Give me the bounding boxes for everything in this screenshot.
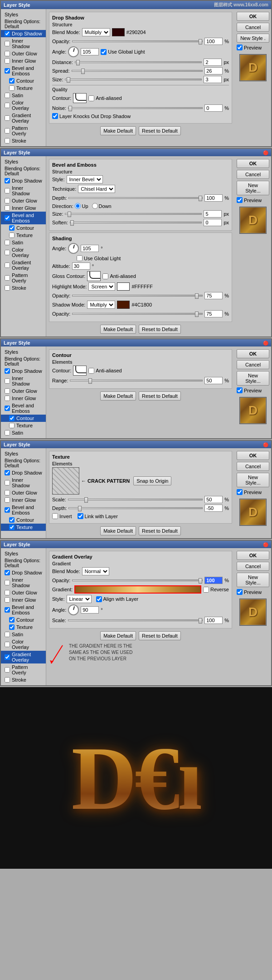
make-default-btn-1[interactable]: Make Default [100, 126, 136, 135]
sidebar-satin-3[interactable]: Satin [1, 429, 46, 436]
blend-mode-select[interactable]: Multiply [82, 28, 110, 36]
shadow-opacity-slider[interactable] [72, 313, 203, 315]
spread-slider[interactable] [72, 70, 203, 72]
bevel-global-light-cb[interactable] [77, 255, 83, 261]
sidebar-styles-2[interactable]: Styles [1, 158, 46, 165]
cancel-btn-3[interactable]: Cancel [237, 360, 269, 369]
align-cb[interactable] [96, 596, 102, 602]
contour-anti-alias-cb[interactable] [88, 368, 94, 374]
sidebar-drop-shadow-5[interactable]: Drop Shadow [1, 569, 46, 576]
shadow-mode-select[interactable]: Multiply [87, 301, 115, 309]
sidebar-color-overlay-5[interactable]: Color Overlay [1, 638, 46, 651]
spread-input[interactable] [204, 67, 223, 74]
sidebar-inner-shadow-1[interactable]: Inner Shadow [1, 37, 46, 50]
distance-slider[interactable] [75, 61, 202, 63]
cancel-btn-2[interactable]: Cancel [237, 170, 269, 179]
preview-cb-2[interactable] [237, 197, 243, 203]
bevel-depth-input[interactable] [204, 194, 223, 202]
cb-drop-shadow-1[interactable] [5, 31, 10, 36]
new-style-btn-2[interactable]: New Style... [237, 181, 269, 195]
sidebar-bevel-2[interactable]: Bevel and Emboss [1, 212, 46, 224]
grad-style-select[interactable]: Linear [67, 595, 92, 603]
sidebar-inner-shadow-3[interactable]: Inner Shadow [1, 375, 46, 387]
sidebar-drop-shadow-4[interactable]: Drop Shadow [1, 469, 46, 476]
cb-satin-1[interactable] [5, 93, 10, 98]
sidebar-blending-1[interactable]: Blending Options: Default [1, 18, 46, 30]
grad-scale-input[interactable] [204, 617, 223, 624]
new-style-btn-4[interactable]: New Style... [237, 473, 269, 487]
noise-slider[interactable] [68, 107, 203, 109]
sidebar-stroke-2[interactable]: Stroke [1, 284, 46, 292]
bevel-soften-slider[interactable] [70, 222, 202, 223]
reset-btn-4[interactable]: Reset to Default [139, 526, 181, 535]
layer-knocks-cb[interactable] [52, 113, 58, 119]
grad-scale-slider[interactable] [68, 619, 203, 621]
preview-cb-4[interactable] [237, 489, 243, 495]
grad-opacity-slider[interactable] [72, 579, 203, 581]
sidebar-outer-glow-4[interactable]: Outer Glow [1, 489, 46, 496]
bevel-depth-slider[interactable] [68, 197, 203, 199]
sidebar-texture-4[interactable]: Texture [1, 524, 46, 531]
cb-inner-glow-1[interactable] [5, 58, 10, 64]
bevel-size-input[interactable] [204, 210, 222, 218]
snap-btn[interactable]: Snap to Origin [133, 476, 171, 485]
sidebar-contour-1[interactable]: Contour [1, 77, 46, 84]
cb-pattern-overlay-1[interactable] [5, 128, 10, 134]
make-default-btn-2[interactable]: Make Default [100, 325, 136, 334]
sidebar-pattern-overlay-5[interactable]: Pattern Overly [1, 663, 46, 676]
sidebar-satin-5[interactable]: Satin [1, 631, 46, 638]
cb-color-overlay-1[interactable] [5, 103, 10, 108]
new-style-btn-3[interactable]: New Style... [237, 371, 269, 386]
sidebar-outer-glow-5[interactable]: Outer Glow [1, 589, 46, 596]
highlight-mode-select[interactable]: Screen [88, 282, 115, 291]
direction-down-radio[interactable] [92, 203, 98, 209]
shadow-color-swatch[interactable] [117, 301, 130, 309]
sidebar-gradient-overlay-5[interactable]: Gradient Overlay [1, 651, 46, 663]
altitude-input[interactable] [72, 262, 90, 270]
shadow-opacity-input[interactable] [204, 310, 223, 317]
sidebar-gradient-overlay-1[interactable]: Gradient Overlay [1, 112, 46, 124]
reverse-cb[interactable] [203, 587, 209, 593]
highlight-color-swatch[interactable] [117, 282, 130, 291]
contour-range-slider[interactable] [70, 380, 203, 381]
drop-shadow-color-swatch[interactable] [112, 28, 125, 36]
grad-blend-mode-select[interactable]: Normal [82, 567, 109, 575]
sidebar-color-overlay-1[interactable]: Color Overlay [1, 99, 46, 112]
cb-texture-1[interactable] [9, 85, 15, 91]
sidebar-drop-shadow-3[interactable]: Drop Shadow [1, 367, 46, 375]
bevel-size-slider[interactable] [65, 213, 202, 215]
make-default-btn-5[interactable]: Make Default [100, 631, 136, 640]
sidebar-outer-glow-3[interactable]: Outer Glow [1, 387, 46, 395]
grad-angle-input[interactable] [81, 606, 99, 614]
cancel-btn-5[interactable]: Cancel [237, 562, 269, 571]
size-slider[interactable] [65, 79, 202, 80]
sidebar-stroke-1[interactable]: Stroke [1, 137, 46, 144]
noise-input[interactable] [204, 104, 223, 112]
highlight-opacity-input[interactable] [204, 292, 223, 299]
ok-btn-4[interactable]: OK [237, 451, 269, 460]
sidebar-blending-4[interactable]: Blending Options: Default [1, 457, 46, 469]
anti-alias-cb[interactable] [88, 95, 94, 101]
sidebar-gradient-overlay-2[interactable]: Gradient Overlay [1, 259, 46, 272]
sidebar-outer-glow-1[interactable]: Outer Glow [1, 50, 46, 57]
sidebar-texture-2[interactable]: Texture [1, 232, 46, 239]
preview-cb-3[interactable] [237, 387, 243, 393]
shading-angle-input[interactable] [81, 245, 99, 252]
contour-contour-thumb[interactable] [73, 366, 87, 376]
sidebar-satin-1[interactable]: Satin [1, 92, 46, 99]
distance-input[interactable] [204, 59, 222, 66]
sidebar-pattern-overlay-2[interactable]: Pattern Overly [1, 272, 46, 284]
preview-cb-1[interactable] [237, 45, 243, 50]
cb-outer-glow-1[interactable] [5, 51, 10, 56]
texture-depth-input[interactable] [204, 505, 223, 512]
cb-stroke-1[interactable] [5, 138, 10, 144]
grad-angle-dial[interactable] [68, 604, 79, 615]
bevel-technique-select[interactable]: Chisel Hard [78, 185, 115, 193]
sidebar-contour-5[interactable]: Contour [1, 616, 46, 624]
gloss-contour-thumb[interactable] [87, 271, 101, 281]
pattern-thumb[interactable] [52, 467, 79, 495]
sidebar-inner-glow-4[interactable]: Inner Glow [1, 496, 46, 504]
ok-btn-2[interactable]: OK [237, 159, 269, 168]
ok-btn-3[interactable]: OK [237, 349, 269, 358]
bevel-soften-input[interactable] [204, 219, 222, 226]
